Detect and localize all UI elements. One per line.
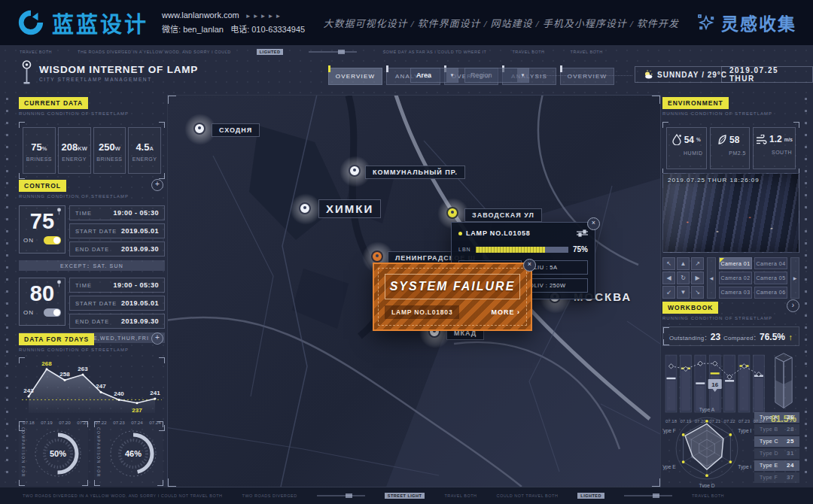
camera-timestamp: 2019.07.25 THUR 18:26:09 [668,177,760,184]
end-date-row[interactable]: END DATE2019.09.30 [69,241,165,257]
inspiration-button[interactable]: 灵感收集 [697,10,796,35]
arrows-decoration: ►►►►► [245,13,283,20]
close-icon[interactable]: × [587,217,600,230]
more-button[interactable]: MORE › [492,308,521,316]
city-map[interactable]: СХОДНЯ КОММУНАЛЬНЫЙ ПР. ХИМКИ ЗАВОДСКАЯ … [167,95,661,487]
panel-subtitle: RUNNING CONDITION OF STREETLAMP [19,111,165,116]
droplet-icon [672,134,682,145]
system-failure-alert: × SYSTEM FAILURE LAMP NO.L01803 MORE › [373,263,532,331]
panel-type-radar: Type AType BType CType DType EType F Typ… [662,406,799,490]
end-date-row[interactable]: END DATE2019.09.30 [69,314,165,329]
brand-logo-icon [17,8,45,37]
svg-text:268: 268 [41,360,52,367]
tab-overview-1[interactable]: OVERVIEW [328,68,382,85]
pan-right-button[interactable]: ▶ [691,272,704,284]
panel-badge: ENVIRONMENT [662,97,729,109]
schedule-toggle[interactable] [44,236,61,244]
dashboard: TRAVEL BOTHTHE ROADS DIVERGED IN A YELLO… [0,45,813,504]
stat-briness-percent: 75% BRINESS [23,127,56,174]
wechat-label: 微信: ben_lanlan [162,25,224,34]
brand-contact: www.lanlanwork.com►►►►► 微信: ben_lanlan 电… [162,8,305,36]
map-label-skhodnya: СХОДНЯ [212,123,260,137]
camera-feed[interactable]: 2019.07.25 THUR 18:26:09 [662,173,799,253]
website-link[interactable]: www.lanlanwork.com [162,11,239,20]
panel-badge: WORKBOOK [662,302,718,314]
type-row-f[interactable]: Type F37 [754,472,799,483]
svg-text:241: 241 [150,390,160,396]
panel-environment: ENVIRONMENT RUNNING CONDITION OF STREETL… [662,95,799,175]
camera-04-button[interactable]: Camera 04 [754,257,787,269]
reset-view-button[interactable]: ↻ [677,272,690,284]
panel-subtitle: RUNNING CONDITION OF STREETLAMP [662,111,799,116]
pan-up-left-button[interactable]: ↖ [662,257,675,270]
tab-overview-3[interactable]: OVERVIEW [560,68,614,85]
panel-7days-chart: DATA FOR 7DAYS RUNNING CONDITION OF STRE… [19,331,165,431]
camera-01-button[interactable]: Camera 01 [719,257,752,269]
type-row-d[interactable]: Type D31 [754,448,799,459]
camera-02-button[interactable]: Camera 02 [719,272,752,284]
field-dliv: DLIV : 250W [525,278,589,293]
pan-down-right-button[interactable]: ↘ [691,286,704,299]
sparkle-star-icon [697,14,715,32]
pan-down-left-button[interactable]: ↙ [662,286,675,299]
start-date-row[interactable]: START DATE2019.05.01 [69,296,165,311]
comparison-gauges: COMPARISON FOR 50% COMPARISON FOR 46% [19,421,165,486]
add-schedule-button[interactable]: + [151,179,163,191]
map-label-khimki: ХИМКИ [318,199,381,218]
pan-down-button[interactable]: ▼ [677,286,690,299]
type-row-e[interactable]: Type E24 [754,460,799,471]
map-label-zavodskaya: ЗАВОДСКАЯ УЛ [464,208,542,222]
svg-text:237: 237 [132,407,142,414]
lbn-percent: 75% [573,245,588,254]
type-radar-chart: Type AType BType CType DType EType F [662,406,751,490]
env-humidity: 54% HUMID [666,127,707,169]
page-title-block: WISDOM INTERNET OF LAMP CITY STREETLAMP … [21,60,198,86]
brand-logo[interactable]: 蓝蓝设计 [17,7,148,38]
state-label: ON [23,309,34,316]
pan-left-button[interactable]: ◀ [662,272,675,284]
lbn-progress-bar[interactable] [476,247,568,253]
time-row[interactable]: TIME19:00 - 05:30 [69,205,165,220]
pan-up-button[interactable]: ▲ [677,257,690,270]
workbook-expand-button[interactable]: › [787,299,799,312]
camera-06-button[interactable]: Camera 06 [754,287,787,299]
workbook-stats: Outstanding：23 Compared：76.5% ↑ [662,326,799,346]
time-row[interactable]: TIME19:00 - 05:30 [69,278,165,293]
chevron-down-icon: ▼ [517,68,528,82]
comparison-gauge-1: COMPARISON FOR 50% [19,421,88,486]
services-tagline: 大数据可视化设计 / 软件界面设计 / 网站建设 / 手机及小程序设计 / 软件… [305,16,697,30]
start-date-row[interactable]: START DATE2019.05.01 [69,223,165,238]
comparison-gauge-2: COMPARISON FOR 46% [94,421,163,486]
lamp-mini-icon [56,208,62,215]
sliders-icon[interactable] [577,229,588,237]
schedule-toggle[interactable] [44,308,61,317]
date-text: 2019.07.25 THUR [729,66,805,83]
outstanding-value: 23 [711,332,720,342]
area-dropdown[interactable]: Area ▼ [410,68,458,83]
camera-list-next-button[interactable]: ▶ [790,257,799,299]
lamp-popup-title: LAMP NO.L01058 [466,229,573,237]
brightness-value: 80 [23,280,61,307]
schedule-block-1: 75 ON TIME19:00 - 05:30 START DATE2019.0… [19,205,165,257]
camera-list-prev-button[interactable]: ◀ [707,257,716,299]
alert-lamp-id: LAMP NO.L01803 [385,305,459,319]
lamp-mini-icon [56,280,62,287]
region-dropdown[interactable]: Region ▼ [464,68,529,83]
type-row-c[interactable]: Type C25 [754,436,799,447]
expand-chart-button[interactable]: + [151,332,163,345]
camera-05-button[interactable]: Camera 05 [754,272,787,284]
map-pin-kommunalny[interactable] [346,162,365,181]
camera-dpad: ↖ ▲ ↗ ◀ ↻ ▶ ↙ ▼ ↘ [662,257,704,299]
map-pin-zavodskaya[interactable] [443,204,463,223]
type-row-a[interactable]: Type A36 [754,412,799,423]
type-row-b[interactable]: Type B28 [754,424,799,435]
map-pin-skhodnya[interactable] [190,120,210,139]
gauge-label: COMPARISON FOR [21,427,26,478]
close-icon[interactable]: × [523,259,536,272]
map-pin-khimki[interactable] [296,199,315,219]
brand-header: 蓝蓝设计 www.lanlanwork.com►►►►► 微信: ben_lan… [0,0,813,45]
pan-up-right-button[interactable]: ↗ [691,257,704,270]
svg-text:Type C: Type C [738,464,751,470]
camera-03-button[interactable]: Camera 03 [719,287,752,299]
decorative-ticker: TRAVEL BOTHTHE ROADS DIVERGED IN A YELLO… [20,49,793,55]
